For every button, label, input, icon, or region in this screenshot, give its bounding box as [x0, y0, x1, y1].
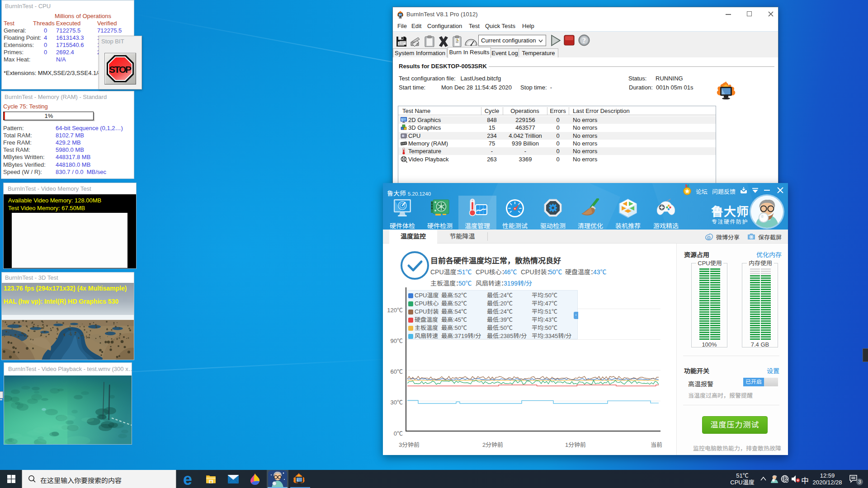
- svg-text:?: ?: [582, 37, 586, 44]
- svg-text:123.76 fps (294x171x32) (4x Mu: 123.76 fps (294x171x32) (4x Multisample): [4, 285, 127, 292]
- svg-text:STOP: STOP: [109, 64, 132, 75]
- svg-text:HAL (hw vp): Intel(R) HD Graph: HAL (hw vp): Intel(R) HD Graphics 530: [4, 298, 118, 305]
